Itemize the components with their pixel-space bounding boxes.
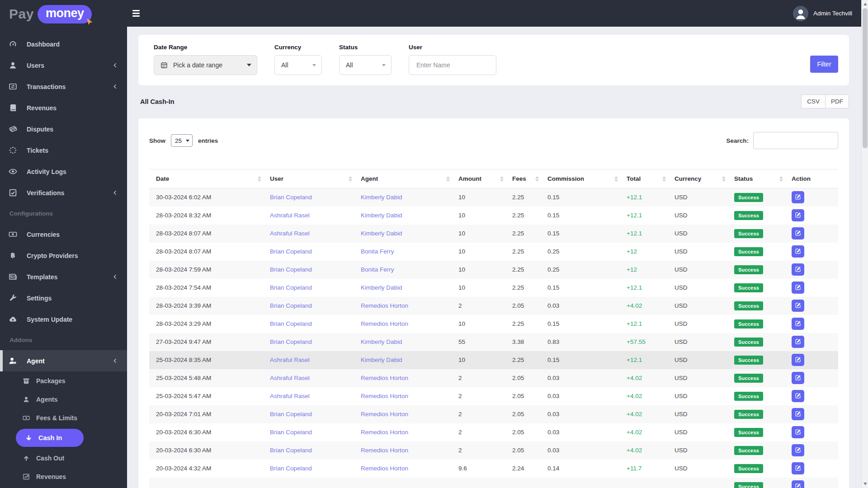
sidebar-item-currencies[interactable]: Currencies: [0, 224, 127, 245]
paymoney-logo[interactable]: Pay money: [0, 0, 127, 28]
sidebar-item-revenues[interactable]: Revenues: [0, 467, 127, 486]
sidebar-item-packages[interactable]: Packages: [0, 371, 127, 390]
agent-link[interactable]: Kimberly Dabid: [361, 284, 402, 291]
hamburger-menu-icon[interactable]: [131, 7, 142, 20]
cell-fees: 2.05: [505, 423, 541, 441]
scrollbar-up-arrow[interactable]: [862, 0, 868, 8]
column-header-status[interactable]: Status: [727, 169, 785, 188]
edit-action-button[interactable]: [792, 426, 804, 438]
sidebar-item-agent[interactable]: Agent: [0, 350, 127, 371]
user-link[interactable]: Brian Copeland: [270, 465, 312, 472]
sidebar-item-cash-in[interactable]: Cash In: [16, 429, 84, 447]
sidebar-item-verifications[interactable]: Verifications: [0, 182, 127, 203]
pdf-export-button[interactable]: PDF: [825, 94, 849, 108]
edit-action-button[interactable]: [792, 300, 804, 312]
user-link[interactable]: Brian Copeland: [270, 194, 312, 201]
column-header-currency[interactable]: Currency: [668, 169, 727, 188]
edit-action-button[interactable]: [792, 263, 804, 276]
edit-action-button[interactable]: [792, 444, 804, 456]
agent-link[interactable]: Remedios Horton: [361, 320, 408, 327]
agent-link[interactable]: Remedios Horton: [361, 447, 408, 454]
sidebar-item-system-update[interactable]: System Update: [0, 309, 127, 330]
edit-action-button[interactable]: [792, 282, 804, 294]
column-header-total[interactable]: Total: [620, 169, 668, 188]
column-header-date[interactable]: Date: [149, 169, 263, 188]
user-link[interactable]: Ashraful Rasel: [270, 375, 310, 381]
edit-action-button[interactable]: [792, 318, 804, 330]
agent-link[interactable]: Bonita Ferry: [361, 266, 394, 273]
agent-link[interactable]: Remedios Horton: [361, 411, 408, 418]
agent-link[interactable]: Remedios Horton: [361, 429, 408, 436]
cell-total: +4.02: [620, 423, 668, 441]
cell-agent: Remedios Horton: [354, 405, 452, 423]
user-link[interactable]: Brian Copeland: [270, 447, 312, 454]
edit-action-button[interactable]: [792, 245, 804, 258]
edit-action-button[interactable]: [792, 390, 804, 402]
scrollbar-thumb[interactable]: [863, 8, 868, 148]
column-header-amount[interactable]: Amount: [452, 169, 505, 188]
user-link[interactable]: Brian Copeland: [270, 302, 312, 309]
agent-link[interactable]: Kimberly Dabid: [361, 194, 402, 201]
edit-action-button[interactable]: [792, 372, 804, 384]
user-name-input[interactable]: [415, 61, 491, 69]
sidebar-item-dashboard[interactable]: Dashboard: [0, 33, 127, 55]
agent-link[interactable]: Kimberly Dabid: [361, 357, 402, 363]
sidebar-item-activity-logs[interactable]: Activity Logs: [0, 161, 127, 182]
edit-action-button[interactable]: [792, 408, 804, 420]
arrow-up-icon: [23, 455, 30, 462]
status-select[interactable]: All: [339, 55, 392, 75]
search-input[interactable]: [753, 132, 838, 149]
edit-action-button[interactable]: [792, 354, 804, 366]
column-header-agent[interactable]: Agent: [354, 169, 452, 188]
scrollbar-down-arrow[interactable]: [862, 480, 868, 488]
agent-link[interactable]: Remedios Horton: [361, 375, 408, 381]
agent-link[interactable]: Kimberly Dabid: [361, 338, 402, 345]
date-range-picker[interactable]: Pick a date range: [154, 55, 257, 75]
user-link[interactable]: Ashraful Rasel: [270, 357, 310, 363]
column-header-commission[interactable]: Commission: [541, 169, 620, 188]
agent-link[interactable]: Bonita Ferry: [361, 248, 394, 255]
agent-link[interactable]: Kimberly Dabid: [361, 230, 402, 237]
edit-action-button[interactable]: [792, 336, 804, 348]
sidebar-item-cash-out[interactable]: Cash Out: [0, 449, 127, 467]
column-header-user[interactable]: User: [263, 169, 354, 188]
sidebar-item-transactions[interactable]: Transactions: [0, 76, 127, 97]
agent-link[interactable]: Remedios Horton: [361, 393, 408, 399]
cell-commission: 0.15: [541, 225, 620, 243]
sidebar-item-revenues[interactable]: Revenues: [0, 97, 127, 118]
page-length-select[interactable]: 25: [171, 134, 193, 147]
user-link[interactable]: Ashraful Rasel: [270, 230, 310, 237]
edit-action-button[interactable]: [792, 209, 804, 221]
user-link[interactable]: Ashraful Rasel: [270, 393, 310, 399]
filter-button[interactable]: Filter: [810, 56, 838, 73]
sidebar-item-fees-limits[interactable]: Fees & Limits: [0, 408, 127, 427]
sidebar-item-tickets[interactable]: Tickets: [0, 140, 127, 161]
edit-action-button[interactable]: [792, 191, 804, 203]
user-link[interactable]: Brian Copeland: [270, 338, 312, 345]
user-menu[interactable]: Admin Techvill: [793, 6, 852, 21]
agent-link[interactable]: Kimberly Dabid: [361, 212, 402, 219]
sidebar-item-crypto-providers[interactable]: ฿Crypto Providers: [0, 245, 127, 266]
agent-link[interactable]: Remedios Horton: [361, 302, 408, 309]
edit-action-button[interactable]: [792, 480, 804, 488]
sidebar-item-templates[interactable]: Templates: [0, 266, 127, 287]
edit-action-button[interactable]: [792, 462, 804, 474]
edit-action-button[interactable]: [792, 227, 804, 239]
csv-export-button[interactable]: CSV: [801, 94, 825, 108]
table-row: 20-03-2024 7:01 AMBrian CopelandRemedios…: [149, 405, 838, 423]
currency-select[interactable]: All: [274, 55, 322, 75]
sidebar-item-users[interactable]: Users: [0, 55, 127, 76]
user-link[interactable]: Brian Copeland: [270, 248, 312, 255]
column-header-fees[interactable]: Fees: [505, 169, 541, 188]
sidebar-item-settings[interactable]: Settings: [0, 287, 127, 309]
column-header-action[interactable]: Action: [785, 169, 838, 188]
user-link[interactable]: Brian Copeland: [270, 429, 312, 436]
agent-link[interactable]: Remedios Horton: [361, 465, 408, 472]
user-link[interactable]: Brian Copeland: [270, 266, 312, 273]
user-link[interactable]: Brian Copeland: [270, 284, 312, 291]
sidebar-item-agents[interactable]: Agents: [0, 390, 127, 408]
user-link[interactable]: Brian Copeland: [270, 320, 312, 327]
sidebar-item-disputes[interactable]: Disputes: [0, 118, 127, 140]
user-link[interactable]: Ashraful Rasel: [270, 212, 310, 219]
user-link[interactable]: Brian Copeland: [270, 411, 312, 418]
